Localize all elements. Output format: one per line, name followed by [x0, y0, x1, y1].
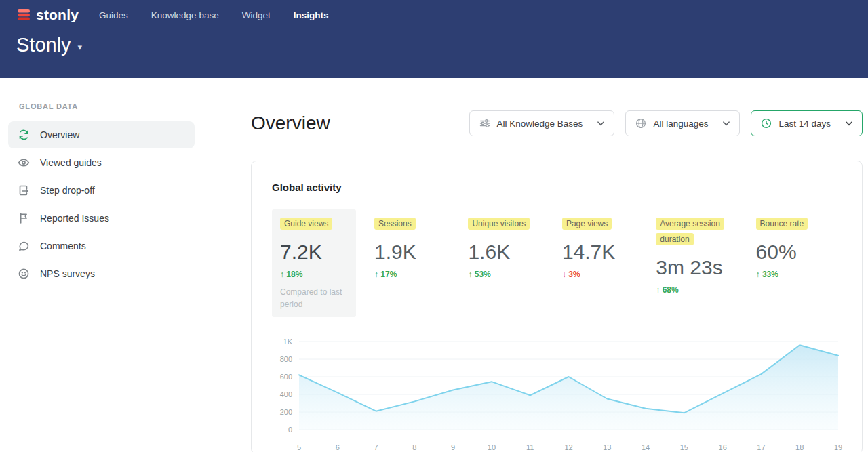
- metric-page-views[interactable]: Page views 14.7K ↓ 3%: [554, 209, 648, 286]
- metric-label: Unique visitors: [468, 218, 530, 230]
- metric-label: Guide views: [280, 218, 332, 230]
- filter-bar: All Knowledge Bases All languages: [469, 110, 863, 136]
- eye-icon: [18, 157, 30, 169]
- top-nav-items: Guides Knowledge base Widget Insights: [99, 7, 328, 23]
- comment-icon: [18, 240, 30, 252]
- metric-label: Average session duration: [656, 218, 724, 245]
- metric-sessions[interactable]: Sessions 1.9K ↑ 17%: [366, 209, 460, 286]
- workspace-selector[interactable]: Stonly ▾: [0, 23, 868, 56]
- dropdown-value: All languages: [653, 119, 708, 129]
- svg-text:13: 13: [603, 443, 611, 451]
- svg-text:16: 16: [719, 443, 727, 451]
- chevron-down-icon: [597, 121, 604, 126]
- languages-dropdown[interactable]: All languages: [625, 110, 740, 136]
- smiley-icon: [18, 268, 30, 280]
- stonly-logo-icon: [16, 7, 31, 22]
- brand-name: stonly: [36, 7, 79, 23]
- nav-item-knowledge-base[interactable]: Knowledge base: [151, 7, 219, 23]
- metric-change: ↑ 33%: [756, 270, 835, 279]
- metric-note: Compared to last period: [280, 286, 349, 310]
- svg-text:19: 19: [834, 443, 842, 451]
- sidebar-item-viewed-guides[interactable]: Viewed guides: [8, 149, 195, 176]
- svg-text:8: 8: [412, 443, 416, 451]
- sidebar: GLOBAL DATA Overview Viewed guides: [0, 78, 203, 452]
- top-navigation: stonly Guides Knowledge base Widget Insi…: [0, 0, 868, 23]
- svg-text:7: 7: [374, 443, 378, 451]
- svg-text:12: 12: [564, 443, 572, 451]
- sliders-icon: [479, 118, 490, 129]
- metric-change: ↓ 3%: [562, 270, 641, 279]
- svg-text:5: 5: [297, 443, 301, 451]
- metric-unique-visitors[interactable]: Unique visitors 1.6K ↑ 53%: [460, 209, 553, 286]
- chevron-down-icon: [723, 121, 730, 126]
- metrics-row: Guide views 7.2K ↑ 18% Compared to last …: [272, 209, 842, 317]
- metric-change: ↑ 53%: [468, 270, 547, 279]
- sidebar-item-step-drop-off[interactable]: Step drop-off: [8, 177, 195, 204]
- knowledge-bases-dropdown[interactable]: All Knowledge Bases: [469, 110, 615, 136]
- sidebar-item-label: Reported Issues: [40, 213, 109, 224]
- svg-text:17: 17: [757, 443, 765, 451]
- nav-item-insights[interactable]: Insights: [294, 7, 329, 23]
- clock-icon: [761, 118, 772, 129]
- svg-text:11: 11: [526, 443, 534, 451]
- main-content: Overview All Knowledge Bases: [204, 78, 868, 452]
- workspace-caret-icon[interactable]: ▾: [78, 42, 83, 52]
- dropdown-value: Last 14 days: [778, 119, 831, 129]
- metric-value: 7.2K: [280, 241, 349, 264]
- metric-label: Bounce rate: [756, 218, 808, 230]
- dropdown-value: All Knowledge Bases: [497, 119, 583, 129]
- workspace-title[interactable]: Stonly: [16, 34, 71, 56]
- sidebar-item-label: Overview: [40, 129, 79, 140]
- metric-value: 14.7K: [562, 241, 641, 264]
- stonly-logo[interactable]: stonly: [16, 7, 79, 23]
- chevron-down-icon: [846, 121, 852, 126]
- sidebar-item-label: NPS surveys: [40, 268, 95, 279]
- sidebar-item-overview[interactable]: Overview: [8, 121, 195, 148]
- metric-avg-session-duration[interactable]: Average session duration 3m 23s ↑ 68%: [648, 209, 747, 302]
- sidebar-item-label: Comments: [40, 241, 86, 251]
- app-header: stonly Guides Knowledge base Widget Insi…: [0, 0, 868, 78]
- card-title: Global activity: [272, 182, 842, 193]
- svg-text:15: 15: [680, 443, 688, 451]
- sidebar-item-comments[interactable]: Comments: [8, 232, 195, 260]
- globe-icon: [635, 118, 646, 129]
- svg-text:18: 18: [795, 443, 804, 451]
- metric-value: 1.6K: [468, 241, 547, 264]
- svg-text:0: 0: [288, 426, 292, 434]
- svg-text:1K: 1K: [283, 337, 293, 346]
- sidebar-item-reported-issues[interactable]: Reported Issues: [8, 205, 195, 232]
- sidebar-section-title: GLOBAL DATA: [0, 102, 203, 110]
- metric-label: Page views: [562, 218, 612, 230]
- svg-text:9: 9: [451, 443, 455, 451]
- date-range-dropdown[interactable]: Last 14 days: [751, 110, 863, 136]
- nav-item-widget[interactable]: Widget: [242, 7, 271, 23]
- flag-icon: [18, 212, 30, 224]
- activity-chart-svg: 02004006008001K5678910111213141516171819: [272, 335, 843, 452]
- svg-text:10: 10: [488, 443, 496, 451]
- page-title: Overview: [251, 112, 330, 134]
- sidebar-item-label: Viewed guides: [40, 157, 102, 168]
- metric-guide-views[interactable]: Guide views 7.2K ↑ 18% Compared to last …: [272, 209, 356, 317]
- nav-item-guides[interactable]: Guides: [99, 7, 128, 23]
- metric-change: ↑ 17%: [374, 270, 453, 279]
- sidebar-item-nps-surveys[interactable]: NPS surveys: [8, 260, 195, 287]
- sidebar-item-label: Step drop-off: [40, 185, 95, 196]
- metric-label: Sessions: [374, 218, 416, 230]
- metric-change: ↑ 68%: [656, 285, 741, 295]
- svg-text:6: 6: [336, 443, 340, 451]
- metric-change: ↑ 18%: [280, 270, 349, 279]
- activity-chart: 02004006008001K5678910111213141516171819: [272, 335, 842, 452]
- metric-value: 1.9K: [374, 241, 453, 264]
- metric-bounce-rate[interactable]: Bounce rate 60% ↑ 33%: [748, 209, 842, 286]
- refresh-icon: [18, 129, 30, 141]
- global-activity-card: Global activity Guide views 7.2K ↑ 18% C…: [251, 161, 863, 452]
- svg-text:200: 200: [280, 408, 292, 416]
- svg-text:800: 800: [280, 355, 292, 363]
- step-drop-off-icon: [18, 184, 30, 197]
- metric-value: 60%: [756, 241, 835, 264]
- metric-value: 3m 23s: [656, 256, 741, 279]
- svg-text:14: 14: [642, 443, 650, 451]
- svg-text:400: 400: [280, 390, 292, 398]
- svg-text:600: 600: [280, 373, 292, 381]
